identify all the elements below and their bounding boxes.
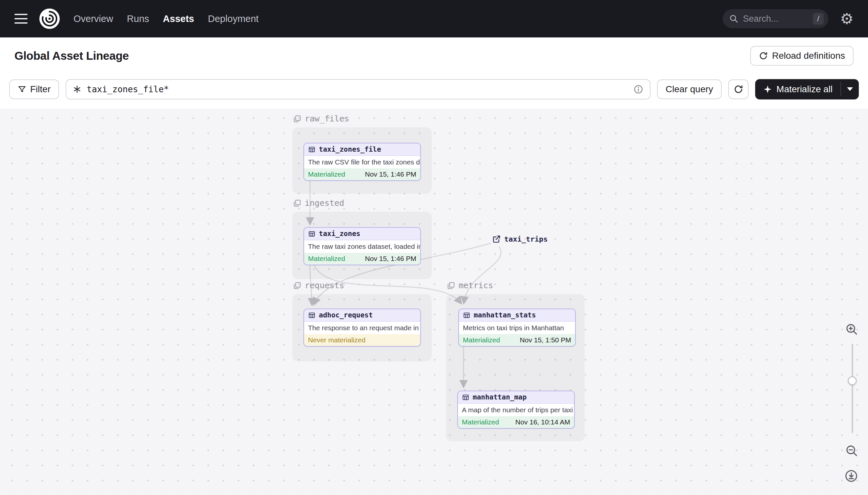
app-root: Overview Runs Assets Deployment / ⚙ Glob… — [0, 0, 868, 495]
search-icon — [729, 14, 739, 23]
lineage-edges — [0, 109, 868, 495]
download-view-button[interactable] — [844, 469, 858, 483]
asset-timestamp: Nov 15, 1:46 PM — [365, 170, 416, 178]
zoom-slider[interactable] — [852, 344, 853, 433]
materialize-all-button[interactable]: Materialize all — [755, 79, 859, 100]
nav-item-overview[interactable]: Overview — [73, 14, 113, 24]
group-icon — [293, 115, 301, 123]
settings-gear-icon[interactable]: ⚙ — [840, 11, 854, 26]
asset-node-manhattan_map[interactable]: manhattan_map A map of the number of tri… — [457, 391, 575, 429]
asset-node-header: taxi_zones — [304, 228, 420, 240]
table-icon — [308, 146, 316, 153]
asset-description: The response to an request made in th... — [304, 322, 420, 334]
asset-status-row: Materialized Nov 15, 1:50 PM — [459, 334, 575, 346]
filter-funnel-icon — [18, 85, 26, 93]
sparkle-icon — [763, 85, 772, 94]
group-label-raw-files[interactable]: raw_files — [293, 114, 349, 123]
reload-definitions-label: Reload definitions — [772, 51, 845, 61]
group-name: raw_files — [305, 114, 349, 123]
lineage-canvas[interactable]: raw_files ingested requests metrics taxi… — [0, 109, 868, 495]
clear-query-label: Clear query — [666, 84, 713, 95]
group-icon — [293, 199, 301, 207]
asset-node-header: manhattan_map — [458, 391, 574, 404]
asset-node-adhoc_request[interactable]: adhoc_request The response to an request… — [303, 309, 421, 347]
refresh-icon — [733, 84, 743, 94]
asset-status-row: Materialized Nov 16, 10:14 AM — [458, 416, 574, 428]
group-name: ingested — [305, 198, 344, 208]
selection-syntax-icon — [73, 85, 81, 93]
table-icon — [462, 394, 470, 401]
asset-name: manhattan_stats — [474, 311, 536, 319]
filter-button-label: Filter — [30, 84, 51, 95]
nav-item-runs[interactable]: Runs — [127, 14, 149, 24]
zoom-out-icon — [845, 444, 858, 457]
asset-status: Materialized — [308, 255, 345, 262]
nav-item-deployment[interactable]: Deployment — [208, 14, 259, 24]
group-label-metrics[interactable]: metrics — [447, 281, 493, 290]
page-title: Global Asset Lineage — [14, 49, 129, 62]
zoom-slider-handle[interactable] — [848, 376, 856, 385]
materialize-all-label: Materialize all — [777, 84, 833, 95]
external-asset-taxi_trips[interactable]: taxi_trips — [492, 235, 548, 243]
asset-status: Materialized — [463, 336, 500, 344]
search-input[interactable] — [742, 14, 809, 24]
dagster-logo-icon[interactable] — [39, 8, 60, 29]
asset-timestamp: Nov 15, 1:50 PM — [520, 336, 571, 344]
asset-timestamp: Nov 15, 1:46 PM — [365, 255, 416, 262]
chevron-down-icon — [847, 87, 853, 91]
asset-node-header: manhattan_stats — [459, 309, 575, 322]
asset-name: taxi_zones_file — [319, 146, 381, 153]
asset-description: The raw CSV file for the taxi zones dat.… — [304, 156, 420, 168]
asset-selection-input[interactable] — [86, 84, 629, 95]
clear-query-button[interactable]: Clear query — [657, 80, 722, 99]
external-asset-name: taxi_trips — [504, 235, 548, 243]
nav-item-assets[interactable]: Assets — [163, 14, 194, 24]
info-icon[interactable] — [634, 84, 643, 94]
download-icon — [844, 469, 858, 483]
reload-definitions-button[interactable]: Reload definitions — [750, 46, 854, 66]
asset-status-row: Never materialized — [304, 334, 420, 346]
open-in-new-icon — [492, 235, 501, 243]
refresh-lineage-button[interactable] — [728, 80, 749, 99]
asset-name: adhoc_request — [319, 311, 373, 319]
group-icon — [447, 281, 455, 290]
table-icon — [463, 311, 471, 319]
refresh-icon — [759, 51, 768, 61]
hamburger-menu-icon[interactable] — [14, 14, 28, 24]
asset-status: Never materialized — [308, 336, 366, 344]
asset-status-row: Materialized Nov 15, 1:46 PM — [304, 253, 420, 264]
materialize-all-main[interactable]: Materialize all — [755, 79, 840, 100]
zoom-in-button[interactable] — [845, 323, 858, 336]
page-header: Global Asset Lineage Reload definitions — [0, 37, 868, 74]
asset-timestamp: Nov 16, 10:14 AM — [515, 418, 570, 426]
asset-description: Metrics on taxi trips in Manhattan — [459, 322, 575, 334]
search-shortcut-badge: / — [813, 13, 824, 24]
asset-status-row: Materialized Nov 15, 1:46 PM — [304, 168, 420, 180]
nav-right-cluster: / ⚙ — [723, 9, 854, 28]
group-label-requests[interactable]: requests — [293, 281, 344, 290]
asset-description: The raw taxi zones dataset, loaded int..… — [304, 240, 420, 253]
asset-node-header: taxi_zones_file — [304, 143, 420, 156]
asset-selection-box — [66, 79, 651, 100]
group-name: metrics — [459, 281, 493, 290]
asset-description: A map of the number of trips per taxi z.… — [458, 404, 574, 416]
search-box[interactable]: / — [723, 9, 828, 28]
table-icon — [308, 230, 316, 238]
zoom-in-icon — [845, 323, 858, 336]
asset-name: taxi_zones — [319, 230, 360, 238]
materialize-dropdown-caret[interactable] — [841, 79, 859, 100]
primary-nav: Overview Runs Assets Deployment — [73, 14, 259, 24]
lineage-toolbar: Filter Clear query Materialize all — [0, 74, 868, 109]
group-name: requests — [305, 281, 344, 290]
filter-button[interactable]: Filter — [9, 80, 59, 99]
group-label-ingested[interactable]: ingested — [293, 198, 344, 208]
asset-status: Materialized — [462, 418, 499, 426]
group-icon — [293, 281, 301, 290]
asset-node-taxi_zones_file[interactable]: taxi_zones_file The raw CSV file for the… — [303, 143, 421, 181]
asset-status: Materialized — [308, 170, 345, 178]
asset-node-manhattan_stats[interactable]: manhattan_stats Metrics on taxi trips in… — [458, 309, 576, 347]
top-navbar: Overview Runs Assets Deployment / ⚙ — [0, 0, 868, 37]
asset-name: manhattan_map — [473, 393, 527, 401]
zoom-out-button[interactable] — [845, 444, 858, 457]
asset-node-taxi_zones[interactable]: taxi_zones The raw taxi zones dataset, l… — [303, 227, 421, 265]
